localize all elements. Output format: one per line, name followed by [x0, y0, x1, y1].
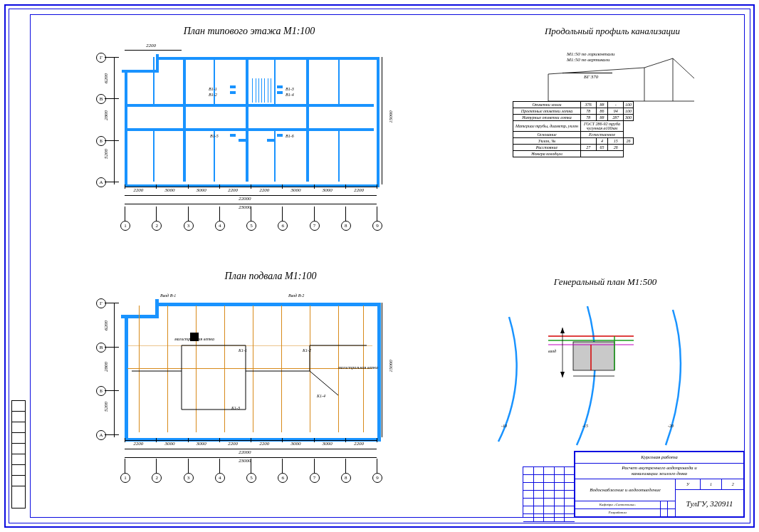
floor-vdim: 5200 — [103, 149, 109, 159]
fixture-label: В1-4 — [286, 93, 294, 97]
genplan-small: ввод — [548, 349, 556, 353]
iso-label: -10 — [501, 424, 507, 428]
dim-value: 2200 — [228, 441, 238, 447]
svg-line-1 — [644, 58, 673, 68]
profile-row: Натурные отметки лотка7888287300 — [513, 115, 634, 121]
floor-vdim-total: 15000 — [388, 110, 394, 123]
axis-number: 3 — [184, 473, 194, 483]
axis-number: 7 — [310, 473, 320, 483]
axis-letter: В — [96, 94, 106, 104]
axis-number: 5 — [246, 221, 256, 231]
dim-value: 3000 — [164, 187, 174, 193]
fixture-label: В1-5 — [210, 134, 219, 138]
dim-value: 2200 — [259, 187, 269, 193]
dim-value: 3000 — [290, 187, 300, 193]
axis-letter: А — [96, 430, 106, 440]
profile-title: Продольный профиль канализации — [513, 26, 712, 37]
dim-value: 2200 — [354, 441, 364, 447]
floor-dim-total2: 23000 — [239, 204, 251, 210]
axis-number: 9 — [372, 221, 382, 231]
profile-bg-note: БГ 370 — [584, 74, 598, 80]
floor-plan-title: План типового этажа М1:100 — [100, 26, 399, 37]
axis-number: 8 — [341, 473, 351, 483]
profile-row: Номера колодцев — [513, 151, 634, 157]
axis-number: 7 — [310, 221, 320, 231]
axis-letter: Г — [96, 298, 106, 308]
fixture-label: В1-1 — [209, 87, 217, 91]
dim-value: 2200 — [133, 187, 143, 193]
axis-letter: В — [96, 343, 106, 353]
dim-value: 3000 — [164, 441, 174, 447]
axis-number: 5 — [246, 473, 256, 483]
iso-label: -20 — [668, 424, 674, 428]
axis-number: 4 — [215, 221, 225, 231]
fixture-label: В1-3 — [286, 87, 294, 91]
profile-row: Проектные отметки лотка788694100 — [513, 108, 634, 115]
basement-label: Ввод В-2 — [288, 293, 304, 298]
floor-vdim: 2800 — [103, 110, 109, 120]
basement-vdim: 6200 — [103, 320, 109, 330]
profile-table: Отметки земли37688-100Проектные отметки … — [513, 101, 634, 157]
svg-marker-16 — [560, 372, 565, 377]
axis-number: 3 — [184, 221, 194, 231]
profile-row: Расстояние276526 — [513, 145, 634, 151]
genplan-title: Генеральный план М1:500 — [513, 276, 698, 288]
basement-dim-total2: 23000 — [239, 458, 251, 464]
basement-label: Ввод В-1 — [160, 293, 176, 298]
basement-label: магистральная ветка — [174, 337, 214, 341]
dim-value: 3000 — [323, 441, 333, 447]
axis-number: 2 — [152, 221, 162, 231]
basement-label: К1-1 — [239, 348, 247, 353]
fixture-label: В1-2 — [209, 93, 217, 97]
axis-number: 6 — [278, 473, 288, 483]
iso-label: -15 — [582, 424, 588, 428]
dim-value: 3000 — [323, 187, 333, 193]
profile-row: ОснованиеЕстественное — [513, 132, 634, 138]
svg-marker-15 — [560, 328, 565, 333]
axis-letter: А — [96, 177, 106, 187]
basement-dim-total1: 22000 — [239, 449, 251, 455]
dim-value: 2200 — [354, 187, 364, 193]
dim-value: 3000 — [197, 187, 206, 193]
axis-letter: Г — [96, 53, 106, 63]
axis-letter: Б — [96, 386, 106, 396]
profile-scale-note: М1:50 по горизонтали — [567, 51, 614, 57]
axis-letter: Б — [96, 136, 106, 146]
basement-vdim-total: 15000 — [388, 360, 394, 372]
titleblock: Курсовая работа Расчет внутреннего водоп… — [574, 451, 745, 518]
profile-row: Материал трубы, диаметр, уклонГОСТ 286-9… — [513, 121, 634, 132]
dim-value: 2200 — [133, 441, 143, 447]
basement-title: План подвала М1:100 — [150, 271, 392, 282]
axis-number: 4 — [215, 473, 225, 483]
svg-line-2 — [673, 58, 694, 78]
basement-label: К1-4 — [317, 394, 325, 398]
svg-rect-8 — [573, 342, 614, 370]
axis-number: 2 — [152, 473, 162, 483]
dim-value: 3000 — [290, 441, 300, 447]
profile-row: Уклон, ‰41526 — [513, 138, 634, 145]
dim-value: 3000 — [197, 441, 206, 447]
dim-value: 2200 — [259, 441, 269, 447]
axis-number: 1 — [120, 473, 130, 483]
profile-scale-note: М1:50 по вертикали — [567, 57, 609, 63]
floor-dim-total1: 22000 — [239, 196, 251, 202]
fixture-label: В1-6 — [286, 134, 294, 138]
basement-label: К1-3 — [231, 406, 240, 410]
axis-number: 6 — [278, 221, 288, 231]
titleblock-side — [523, 466, 575, 518]
floor-vdim: 6200 — [103, 73, 109, 83]
profile-row: Отметки земли37688-100 — [513, 102, 634, 108]
basement-vdim: 5200 — [103, 402, 109, 412]
dim-value: 2200 — [228, 187, 238, 193]
basement-label-mag: магистральная ветка — [338, 365, 378, 370]
top-dim: 2200 — [146, 43, 156, 48]
axis-number: 1 — [120, 221, 130, 231]
axis-number: 8 — [341, 221, 351, 231]
axis-number: 9 — [372, 473, 382, 483]
basement-vdim: 2800 — [103, 362, 109, 372]
basement-label: К1-2 — [303, 348, 311, 353]
